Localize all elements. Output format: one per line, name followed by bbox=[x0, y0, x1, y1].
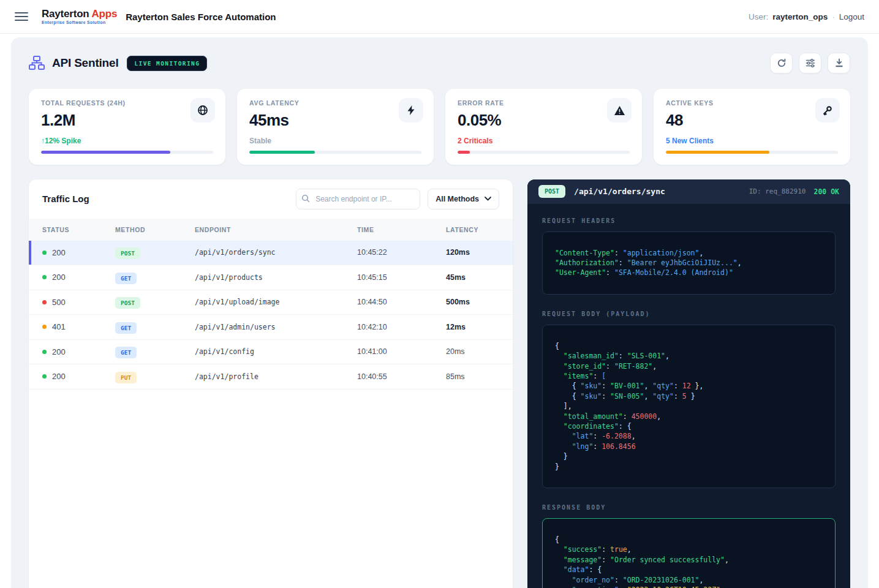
stat-label: TOTAL REQUESTS (24H) bbox=[41, 99, 213, 107]
latency-cell: 85ms bbox=[446, 372, 513, 381]
status-dot-icon bbox=[42, 350, 47, 354]
top-navbar: Rayterton Apps Enterprise Software Solut… bbox=[0, 0, 879, 34]
column-endpoint: ENDPOINT bbox=[195, 226, 357, 233]
request-detail-panel: POST /api/v1/orders/sync ID: req_882910 … bbox=[527, 179, 850, 588]
live-monitoring-badge: LIVE MONITORING bbox=[127, 56, 207, 71]
method-badge: GET bbox=[115, 273, 137, 284]
download-icon bbox=[834, 58, 844, 68]
stat-value: 0.05% bbox=[458, 111, 630, 130]
table-row[interactable]: 200GET/api/v1/config10:41:0020ms bbox=[29, 340, 513, 365]
stat-icon-chip bbox=[815, 98, 840, 123]
stat-label: ERROR RATE bbox=[458, 99, 630, 107]
time-cell: 10:41:00 bbox=[357, 347, 446, 356]
progress-track bbox=[666, 151, 838, 154]
status-dot-icon bbox=[42, 374, 47, 379]
brand-suffix: Apps bbox=[91, 8, 117, 20]
table-row[interactable]: 200PUT/api/v1/profile10:40:5585ms bbox=[29, 364, 513, 390]
stat-subtext: 2 Criticals bbox=[458, 137, 630, 145]
search-icon bbox=[301, 194, 310, 203]
method-filter-value: All Methods bbox=[436, 195, 479, 203]
stat-value: 45ms bbox=[249, 111, 421, 130]
time-cell: 10:45:22 bbox=[357, 248, 446, 257]
chevron-down-icon bbox=[485, 197, 491, 201]
status-code: 500 bbox=[52, 298, 66, 307]
stat-cards-row: TOTAL REQUESTS (24H) 1.2M ↑12% Spike AVG… bbox=[29, 89, 850, 165]
progress-fill bbox=[666, 151, 769, 154]
latency-cell: 20ms bbox=[446, 347, 513, 356]
username: rayterton_ops bbox=[772, 12, 828, 21]
stat-subtext: 5 New Clients bbox=[666, 137, 838, 145]
content-shell: API Sentinel LIVE MONITORING bbox=[11, 37, 868, 588]
column-status: STATUS bbox=[42, 226, 115, 233]
table-row[interactable]: 500POST/api/v1/upload/image10:44:50500ms bbox=[29, 290, 513, 315]
time-cell: 10:44:50 bbox=[357, 298, 446, 306]
status-code: 200 bbox=[52, 372, 66, 381]
stat-icon-chip bbox=[399, 98, 423, 123]
status-cell: 401 bbox=[42, 322, 115, 331]
search-box bbox=[296, 189, 420, 209]
table-row[interactable]: 401GET/api/v1/admin/users10:42:1012ms bbox=[29, 315, 513, 340]
method-filter-select[interactable]: All Methods bbox=[428, 189, 499, 209]
table-row[interactable]: 200POST/api/v1/orders/sync10:45:22120ms bbox=[29, 241, 513, 266]
key-icon bbox=[822, 105, 833, 116]
code-block: { "success": true, "message": "Order syn… bbox=[542, 518, 836, 588]
stat-icon-chip bbox=[607, 98, 632, 123]
column-latency: LATENCY bbox=[446, 226, 513, 233]
endpoint-cell: /api/v1/admin/users bbox=[195, 323, 357, 331]
method-badge: PUT bbox=[115, 372, 137, 383]
sitemap-icon bbox=[29, 56, 45, 70]
status-code: 200 bbox=[52, 248, 66, 257]
sliders-icon bbox=[805, 58, 815, 68]
stat-label: AVG LATENCY bbox=[249, 99, 421, 107]
page-title: API Sentinel bbox=[52, 56, 118, 70]
detail-method-badge: POST bbox=[538, 185, 565, 198]
user-area: User: rayterton_ops · Logout bbox=[749, 12, 864, 21]
refresh-icon bbox=[777, 58, 787, 68]
logout-link[interactable]: Logout bbox=[839, 12, 864, 21]
section-label: RESPONSE BODY bbox=[542, 504, 836, 511]
app-title: Rayterton Sales Force Automation bbox=[126, 12, 276, 22]
detail-endpoint-path: /api/v1/orders/sync bbox=[574, 187, 665, 196]
refresh-button[interactable] bbox=[770, 53, 793, 74]
endpoint-cell: /api/v1/orders/sync bbox=[195, 248, 357, 257]
status-dot-icon bbox=[42, 251, 47, 255]
status-cell: 500 bbox=[42, 298, 115, 307]
traffic-log-card: Traffic Log All Methods STATUS bbox=[29, 179, 513, 588]
status-code: 401 bbox=[52, 322, 66, 331]
method-badge: GET bbox=[115, 347, 137, 358]
detail-body: REQUEST HEADERS"Content-Type": "applicat… bbox=[527, 204, 850, 588]
brand-tagline: Enterprise Software Solution bbox=[42, 21, 117, 25]
stat-value: 48 bbox=[666, 111, 838, 130]
download-button[interactable] bbox=[828, 53, 850, 74]
latency-cell: 45ms bbox=[446, 273, 513, 282]
progress-track bbox=[458, 151, 630, 154]
globe-icon bbox=[197, 105, 208, 116]
table-row[interactable]: 200GET/api/v1/products10:45:1545ms bbox=[29, 265, 513, 290]
endpoint-cell: /api/v1/config bbox=[195, 347, 357, 356]
time-cell: 10:42:10 bbox=[357, 323, 446, 331]
request-id: ID: req_882910 bbox=[749, 187, 806, 195]
stat-icon-chip bbox=[191, 98, 215, 123]
column-method: METHOD bbox=[115, 226, 195, 233]
stat-subtext: ↑12% Spike bbox=[41, 137, 213, 145]
status-dot-icon bbox=[42, 275, 47, 279]
filters-button[interactable] bbox=[799, 53, 821, 74]
status-code: 200 bbox=[52, 273, 66, 282]
section-label: REQUEST BODY (PAYLOAD) bbox=[542, 311, 836, 317]
stat-subtext: Stable bbox=[249, 137, 421, 145]
stat-card-avg-latency: AVG LATENCY 45ms Stable bbox=[237, 89, 434, 165]
stat-card-error-rate: ERROR RATE 0.05% 2 Criticals bbox=[445, 89, 642, 165]
method-badge: POST bbox=[115, 247, 140, 259]
traffic-log-title: Traffic Log bbox=[42, 194, 289, 204]
search-input[interactable] bbox=[296, 189, 420, 209]
bolt-icon bbox=[406, 105, 416, 116]
status-dot-icon bbox=[42, 300, 47, 304]
stat-label: ACTIVE KEYS bbox=[666, 99, 838, 107]
latency-cell: 120ms bbox=[446, 248, 513, 257]
status-code: 200 bbox=[52, 347, 66, 356]
hamburger-menu-icon[interactable] bbox=[15, 12, 28, 21]
method-badge: GET bbox=[115, 322, 137, 334]
user-label: User: bbox=[749, 12, 768, 21]
status-cell: 200 bbox=[42, 372, 115, 381]
status-code-badge: 200 OK bbox=[813, 187, 839, 196]
